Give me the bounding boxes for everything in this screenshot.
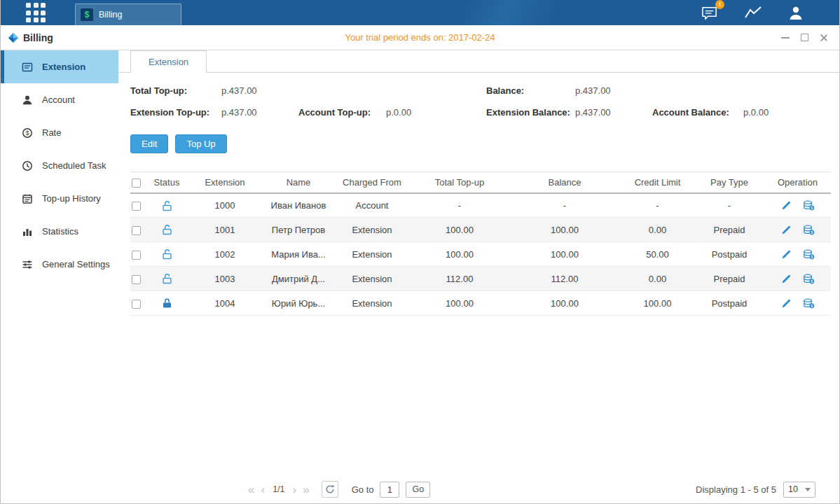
sidebar-item-general-settings[interactable]: General Settings [1,248,118,281]
line-chart-icon[interactable] [744,5,762,20]
last-page-button[interactable]: » [303,484,309,496]
sidebar-item-label: Top-up History [42,193,101,204]
svg-text:$: $ [811,230,813,234]
top-up-icon[interactable]: $ [803,200,815,211]
total-topup-cell: 100.00 [411,242,509,267]
total-topup-cell: 100.00 [411,291,509,316]
charged-from-cell: Extension [333,242,411,267]
edit-icon[interactable] [781,225,792,235]
user-icon[interactable] [787,5,804,20]
close-icon[interactable] [820,34,828,42]
row-checkbox[interactable] [132,300,141,309]
top-up-icon[interactable]: $ [803,225,815,235]
prev-page-button[interactable]: ‹ [261,484,265,496]
goto-label: Go to [352,484,374,495]
edit-icon[interactable] [781,298,792,309]
chat-icon[interactable]: ! [701,5,719,21]
maximize-icon[interactable] [801,34,808,41]
column-header-select [130,172,147,193]
title-bar: Billing Your trial period ends on: 2017-… [1,25,839,50]
edit-icon[interactable] [781,200,792,211]
charged-from-cell: Account [333,193,411,218]
unlocked-icon [162,200,172,211]
extensions-table: Status Extension Name Charged From Total… [130,172,831,316]
column-header-pay-type: Pay Type [694,172,764,193]
select-all-checkbox[interactable] [132,178,141,188]
balance-value: p.437.00 [575,85,611,96]
credit-limit-cell: 50.00 [621,242,694,267]
sidebar-item-label: Extension [42,62,85,72]
balance-label: Balance: [486,85,575,96]
sidebar-item-scheduled-task[interactable]: Scheduled Task [1,149,118,182]
page-size-value: 10 [788,484,798,494]
next-page-button[interactable]: › [293,484,297,496]
row-checkbox[interactable] [132,202,141,211]
page-indicator: 1/1 [273,484,284,494]
window-controls [781,34,828,42]
account-balance-label: Account Balance: [652,107,743,118]
total-topup-cell: - [411,193,509,218]
top-bar: $ Billing ! [1,0,839,25]
tab-extension[interactable]: Extension [130,50,207,73]
total-topup-label: Total Top-up: [130,85,221,96]
edit-button[interactable]: Edit [130,134,168,153]
main-content: Extension Total Top-up: p.437.00 Extensi… [118,50,839,503]
pay-type-cell: Postpaid [694,291,764,316]
column-header-extension: Extension [186,172,263,193]
pay-type-cell: - [694,193,764,218]
table-row[interactable]: 1002 Мария Ива... Extension 100.00 100.0… [130,242,831,267]
sidebar-item-label: Rate [42,127,61,138]
topbar-icon-group: ! [701,5,804,21]
row-checkbox[interactable] [132,251,141,260]
svg-text:$: $ [26,130,29,136]
column-header-balance: Balance [509,172,621,193]
row-checkbox[interactable] [132,275,141,284]
page-size-select[interactable]: 10 [783,482,815,498]
pay-type-cell: Postpaid [694,242,764,267]
pay-type-cell: Prepaid [694,267,764,291]
edit-icon[interactable] [781,274,792,284]
billing-app-tab-label: Billing [99,10,122,20]
operation-cell: $ [764,291,831,316]
top-up-button[interactable]: Top Up [175,134,226,153]
sidebar-item-statistics[interactable]: Statistics [1,215,118,248]
status-cell [147,267,186,291]
row-checkbox[interactable] [132,226,141,235]
sidebar-item-extension[interactable]: Extension [1,50,118,83]
first-page-button[interactable]: « [248,484,254,496]
total-topup-cell: 100.00 [411,218,509,242]
table-row[interactable]: 1003 Дмитрий Д... Extension 112.00 112.0… [130,267,831,291]
table-row[interactable]: 1001 Петр Петров Extension 100.00 100.00… [130,218,831,242]
apps-grid-icon[interactable] [26,3,46,22]
minimize-icon[interactable] [781,37,790,38]
extension-icon [22,62,33,73]
table-row[interactable]: 1004 Юрий Юрь... Extension 100.00 100.00… [130,291,831,316]
extension-cell: 1000 [186,193,263,218]
svg-text:$: $ [811,255,813,259]
status-cell [147,242,186,267]
statistics-icon [22,226,33,237]
sidebar-item-rate[interactable]: $ Rate [1,116,118,149]
sidebar-item-label: Scheduled Task [42,160,106,171]
sidebar-item-topup-history[interactable]: Top-up History [1,182,118,215]
sidebar-item-account[interactable]: Account [1,83,118,116]
pagination-bar: « ‹ 1/1 › » Go to Go Displaying 1 - 5 of… [248,479,815,499]
svg-text:$: $ [811,279,813,284]
charged-from-cell: Extension [333,218,411,242]
top-up-icon[interactable]: $ [803,298,815,309]
top-up-icon[interactable]: $ [803,274,815,284]
status-cell [147,218,186,242]
credit-limit-cell: 0.00 [621,218,694,242]
top-up-icon[interactable]: $ [803,249,815,260]
svg-text:$: $ [811,304,813,308]
refresh-button[interactable] [322,481,338,498]
pay-type-cell: Prepaid [694,218,764,242]
billing-app-tab[interactable]: $ Billing [75,4,181,25]
name-cell: Юрий Юрь... [263,291,333,316]
edit-icon[interactable] [781,249,792,260]
balance-cell: - [509,193,621,218]
go-button[interactable]: Go [406,482,430,498]
goto-page-input[interactable] [380,482,399,498]
table-row[interactable]: 1000 Иван Иванов Account - - - - $ [130,193,831,218]
billing-logo-icon [8,32,19,43]
